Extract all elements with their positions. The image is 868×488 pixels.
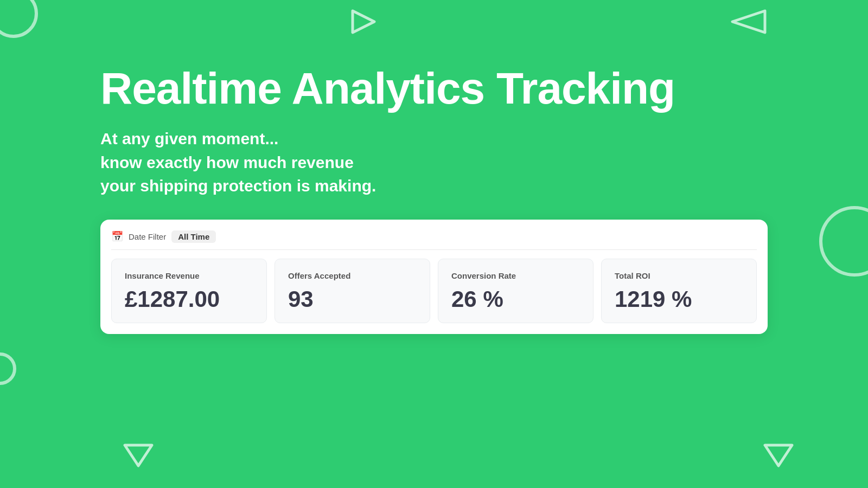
deco-triangle-bottom-left: [119, 440, 157, 472]
metric-value-total-roi: 1219 %: [615, 288, 743, 311]
date-filter-value[interactable]: All Time: [171, 230, 216, 243]
svg-marker-3: [765, 445, 792, 466]
deco-triangle-top-center: [347, 5, 380, 40]
metric-card-insurance-revenue: Insurance Revenue £1287.00: [111, 259, 267, 323]
date-filter-bar: 📅 Date Filter All Time: [111, 230, 757, 250]
calendar-icon: 📅: [111, 230, 123, 242]
analytics-dashboard: 📅 Date Filter All Time Insurance Revenue…: [100, 220, 768, 334]
metric-card-conversion-rate: Conversion Rate 26 %: [438, 259, 593, 323]
metric-value-offers-accepted: 93: [288, 288, 417, 311]
date-filter-label: Date Filter: [129, 232, 166, 241]
metric-value-conversion-rate: 26 %: [451, 288, 580, 311]
metric-label-total-roi: Total ROI: [615, 271, 743, 280]
deco-circle-right: [819, 206, 868, 277]
deco-circle-left: [0, 352, 16, 385]
subtitle-line1: At any given moment...: [100, 130, 278, 147]
deco-circle-top-left: [0, 0, 38, 38]
metric-value-insurance-revenue: £1287.00: [125, 288, 253, 311]
svg-marker-1: [732, 11, 765, 33]
metric-label-offers-accepted: Offers Accepted: [288, 271, 417, 280]
deco-triangle-top-right: [727, 5, 770, 40]
metric-card-total-roi: Total ROI 1219 %: [601, 259, 757, 323]
svg-marker-2: [125, 445, 152, 466]
metric-label-insurance-revenue: Insurance Revenue: [125, 271, 253, 280]
subtitle-block: At any given moment... know exactly how …: [100, 127, 768, 198]
deco-triangle-bottom-right: [760, 440, 797, 472]
subtitle-line3: your shipping protection is making.: [100, 177, 376, 195]
subtitle-line2: know exactly how much revenue: [100, 153, 354, 171]
main-content: Realtime Analytics Tracking At any given…: [100, 65, 768, 334]
metrics-grid: Insurance Revenue £1287.00 Offers Accept…: [111, 259, 757, 323]
page-title: Realtime Analytics Tracking: [100, 65, 768, 112]
metric-label-conversion-rate: Conversion Rate: [451, 271, 580, 280]
metric-card-offers-accepted: Offers Accepted 93: [275, 259, 430, 323]
svg-marker-0: [353, 11, 374, 33]
